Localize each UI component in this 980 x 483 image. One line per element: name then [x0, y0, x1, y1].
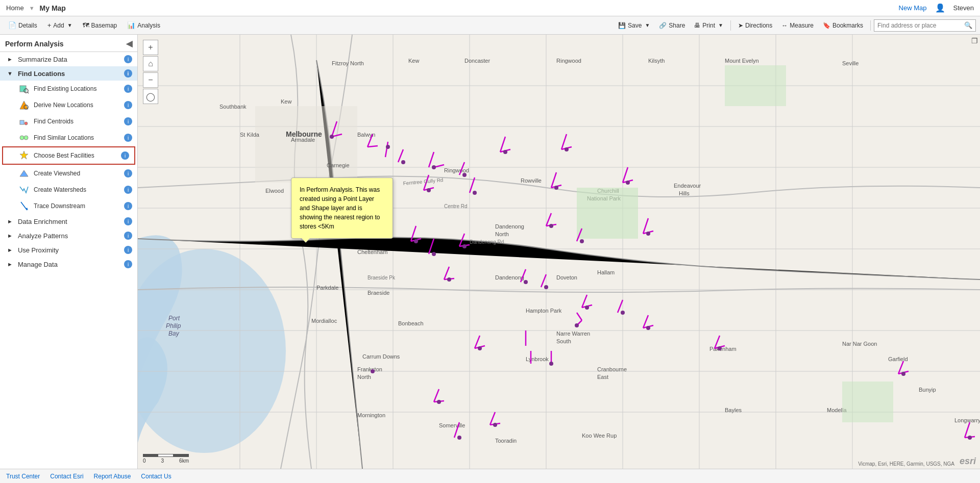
label-derive-new: Derive New Locations	[34, 101, 93, 109]
print-button[interactable]: 🖶 Print ▼	[690, 20, 727, 31]
directions-icon: ➤	[738, 22, 743, 29]
section-use-proximity[interactable]: ► Use Proximity i	[0, 243, 137, 257]
info-icon-derive[interactable]: i	[124, 101, 132, 109]
info-icon-downstream[interactable]: i	[124, 202, 132, 210]
label-find-existing: Find Existing Locations	[34, 85, 96, 92]
basemap-icon: 🗺	[83, 21, 89, 29]
top-nav: Home ▼ My Map New Map 👤 Steven	[0, 0, 980, 16]
section-analyze-patterns[interactable]: ► Analyze Patterns i	[0, 228, 137, 243]
contact-us-link[interactable]: Contact Us	[141, 473, 171, 480]
home-link[interactable]: Home	[6, 4, 24, 12]
scale-label-6: 6km	[179, 458, 189, 464]
expand-arrow-manage: ►	[7, 261, 13, 267]
section-manage-label: Manage Data	[18, 261, 58, 268]
map-attribution: Vicmap, Esri, HERE, Garmin, USGS, NGA	[858, 461, 954, 467]
label-choose-best: Choose Best Facilities	[34, 152, 94, 159]
toolbar-separator-2	[870, 20, 871, 31]
zoom-in-button[interactable]: +	[143, 40, 158, 55]
info-icon-summarize[interactable]: i	[124, 55, 132, 63]
map-popup: In Perform Analysis. This was created us…	[291, 177, 393, 239]
svg-point-7	[20, 136, 24, 140]
section-summarize-data[interactable]: ► Summarize Data i	[0, 52, 137, 66]
locate-button[interactable]: ◯	[143, 89, 158, 104]
main-content: Perform Analysis ◀ ► Summarize Data i ▼ …	[0, 35, 980, 469]
subitem-create-viewshed[interactable]: Create Viewshed i	[0, 165, 137, 182]
sidebar-header: Perform Analysis ◀	[0, 35, 137, 52]
info-icon-centroids[interactable]: i	[124, 117, 132, 125]
icon-find-similar	[18, 132, 30, 143]
section-find-label: Find Locations	[18, 70, 65, 78]
new-map-link[interactable]: New Map	[899, 4, 927, 12]
trust-center-link[interactable]: Trust Center	[6, 473, 40, 480]
expand-arrow-enrich: ►	[7, 218, 13, 224]
scale-bar: 0 3 6km	[143, 454, 189, 464]
basemap-button[interactable]: 🗺 Basemap	[79, 19, 121, 31]
info-icon-similar[interactable]: i	[124, 134, 132, 142]
esri-logo: esri	[960, 456, 976, 467]
sidebar-collapse-button[interactable]: ◀	[126, 39, 132, 48]
label-create-watersheds: Create Watersheds	[34, 186, 86, 193]
add-button[interactable]: + Add ▼	[43, 19, 77, 31]
subitem-create-watersheds[interactable]: Create Watersheds i	[0, 182, 137, 198]
section-summarize-label: Summarize Data	[18, 56, 67, 63]
label-find-centroids: Find Centroids	[34, 118, 74, 125]
expand-arrow-proximity: ►	[7, 247, 13, 253]
search-input[interactable]	[877, 22, 964, 29]
bookmarks-icon: 🔖	[823, 22, 830, 29]
scale-label-3: 3	[161, 458, 164, 464]
icon-choose-best	[18, 150, 30, 161]
info-icon-manage[interactable]: i	[124, 260, 132, 268]
subitem-find-similar[interactable]: Find Similar Locations i	[0, 130, 137, 146]
subitem-find-existing[interactable]: Find Existing Locations i	[0, 81, 137, 97]
info-icon-find[interactable]: i	[124, 69, 132, 78]
info-icon-existing[interactable]: i	[124, 85, 132, 93]
svg-point-8	[24, 136, 28, 140]
map-popup-text: In Perform Analysis. This was created us…	[300, 186, 380, 230]
save-icon: 💾	[618, 22, 626, 29]
print-icon: 🖶	[694, 22, 700, 29]
svg-marker-9	[20, 151, 28, 159]
section-data-enrichment[interactable]: ► Data Enrichment i	[0, 214, 137, 228]
bookmarks-button[interactable]: 🔖 Bookmarks	[819, 20, 867, 31]
search-icon: 🔍	[964, 21, 972, 29]
icon-create-watersheds	[18, 184, 30, 195]
info-icon-best[interactable]: i	[121, 151, 129, 160]
save-button[interactable]: 💾 Save ▼	[614, 20, 654, 31]
info-icon-watersheds[interactable]: i	[124, 186, 132, 194]
section-patterns-label: Analyze Patterns	[18, 232, 68, 240]
home-button[interactable]: ⌂	[143, 56, 158, 71]
search-box[interactable]: 🔍	[874, 19, 976, 32]
print-dropdown-arrow: ▼	[718, 22, 723, 28]
directions-button[interactable]: ➤ Directions	[734, 20, 776, 31]
subitem-trace-downstream[interactable]: Trace Downstream i	[0, 198, 137, 214]
expand-arrow-summarize: ►	[7, 56, 13, 62]
user-label[interactable]: Steven	[953, 4, 974, 12]
label-trace-downstream: Trace Downstream	[34, 202, 85, 210]
toolbar: 📄 Details + Add ▼ 🗺 Basemap 📊 Analysis 💾…	[0, 16, 980, 35]
info-icon-proximity[interactable]: i	[124, 246, 132, 254]
map-area[interactable]: Port Philip Bay	[138, 35, 980, 469]
toolbar-separator-1	[730, 20, 731, 31]
section-manage-data[interactable]: ► Manage Data i	[0, 257, 137, 271]
contact-esri-link[interactable]: Contact Esri	[50, 473, 83, 480]
subitem-find-centroids[interactable]: Find Centroids i	[0, 113, 137, 130]
report-abuse-link[interactable]: Report Abuse	[94, 473, 131, 480]
maximize-button[interactable]: ❐	[971, 37, 978, 45]
zoom-out-button[interactable]: −	[143, 72, 158, 88]
measure-button[interactable]: ↔ Measure	[777, 20, 818, 31]
info-icon-patterns[interactable]: i	[124, 232, 132, 240]
section-enrich-label: Data Enrichment	[18, 218, 67, 225]
info-icon-enrich[interactable]: i	[124, 217, 132, 225]
section-find-locations[interactable]: ▼ Find Locations i	[0, 66, 137, 81]
details-button[interactable]: 📄 Details	[4, 19, 41, 31]
subitem-derive-new[interactable]: Derive New Locations i	[0, 97, 137, 113]
analysis-button[interactable]: 📊 Analysis	[123, 19, 164, 31]
sidebar-title: Perform Analysis	[5, 40, 64, 48]
subitem-choose-best[interactable]: Choose Best Facilities i	[2, 146, 135, 165]
info-icon-viewshed[interactable]: i	[124, 169, 132, 177]
icon-find-centroids	[18, 116, 30, 127]
label-create-viewshed: Create Viewshed	[34, 170, 80, 177]
expand-arrow-find: ▼	[7, 70, 13, 77]
icon-find-existing	[18, 83, 30, 94]
share-button[interactable]: 🔗 Share	[655, 20, 689, 31]
